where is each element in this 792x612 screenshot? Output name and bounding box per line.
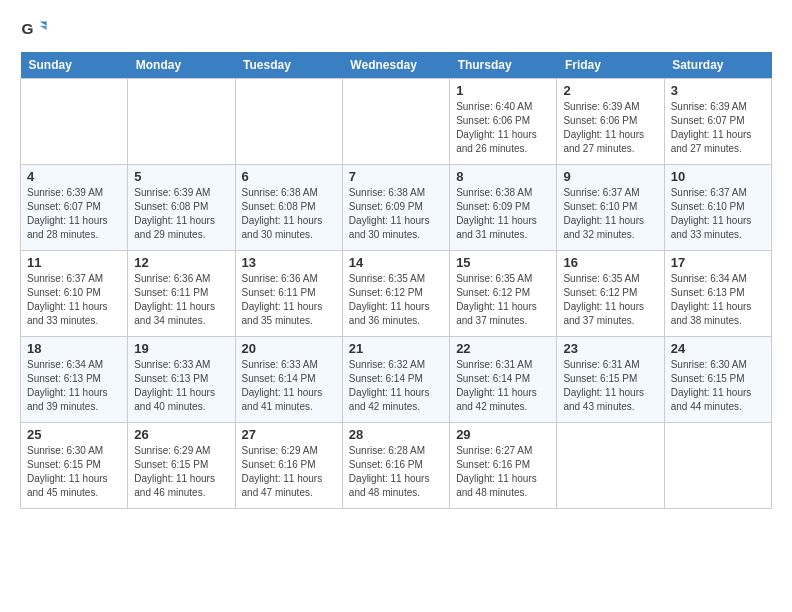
calendar-cell: 7Sunrise: 6:38 AM Sunset: 6:09 PM Daylig… [342, 165, 449, 251]
day-number: 27 [242, 427, 336, 442]
day-number: 1 [456, 83, 550, 98]
calendar-cell: 3Sunrise: 6:39 AM Sunset: 6:07 PM Daylig… [664, 79, 771, 165]
calendar-cell: 9Sunrise: 6:37 AM Sunset: 6:10 PM Daylig… [557, 165, 664, 251]
logo-icon: G [20, 16, 48, 44]
col-header-tuesday: Tuesday [235, 52, 342, 79]
calendar-cell [557, 423, 664, 509]
calendar-table: SundayMondayTuesdayWednesdayThursdayFrid… [20, 52, 772, 509]
calendar-cell: 12Sunrise: 6:36 AM Sunset: 6:11 PM Dayli… [128, 251, 235, 337]
day-number: 14 [349, 255, 443, 270]
calendar-cell: 1Sunrise: 6:40 AM Sunset: 6:06 PM Daylig… [450, 79, 557, 165]
calendar-cell: 25Sunrise: 6:30 AM Sunset: 6:15 PM Dayli… [21, 423, 128, 509]
day-info: Sunrise: 6:35 AM Sunset: 6:12 PM Dayligh… [563, 272, 657, 328]
calendar-cell [235, 79, 342, 165]
col-header-thursday: Thursday [450, 52, 557, 79]
day-number: 23 [563, 341, 657, 356]
calendar-cell [21, 79, 128, 165]
page-header: G [20, 16, 772, 44]
day-info: Sunrise: 6:39 AM Sunset: 6:06 PM Dayligh… [563, 100, 657, 156]
day-info: Sunrise: 6:34 AM Sunset: 6:13 PM Dayligh… [671, 272, 765, 328]
day-number: 11 [27, 255, 121, 270]
svg-text:G: G [21, 20, 33, 37]
calendar-week-row: 1Sunrise: 6:40 AM Sunset: 6:06 PM Daylig… [21, 79, 772, 165]
day-number: 3 [671, 83, 765, 98]
day-info: Sunrise: 6:33 AM Sunset: 6:14 PM Dayligh… [242, 358, 336, 414]
day-info: Sunrise: 6:35 AM Sunset: 6:12 PM Dayligh… [456, 272, 550, 328]
day-info: Sunrise: 6:29 AM Sunset: 6:16 PM Dayligh… [242, 444, 336, 500]
day-info: Sunrise: 6:28 AM Sunset: 6:16 PM Dayligh… [349, 444, 443, 500]
day-info: Sunrise: 6:38 AM Sunset: 6:08 PM Dayligh… [242, 186, 336, 242]
col-header-wednesday: Wednesday [342, 52, 449, 79]
day-info: Sunrise: 6:36 AM Sunset: 6:11 PM Dayligh… [242, 272, 336, 328]
calendar-cell [664, 423, 771, 509]
calendar-cell [128, 79, 235, 165]
calendar-cell: 22Sunrise: 6:31 AM Sunset: 6:14 PM Dayli… [450, 337, 557, 423]
calendar-cell: 16Sunrise: 6:35 AM Sunset: 6:12 PM Dayli… [557, 251, 664, 337]
day-info: Sunrise: 6:31 AM Sunset: 6:14 PM Dayligh… [456, 358, 550, 414]
day-info: Sunrise: 6:37 AM Sunset: 6:10 PM Dayligh… [27, 272, 121, 328]
svg-marker-2 [40, 26, 47, 30]
calendar-cell: 20Sunrise: 6:33 AM Sunset: 6:14 PM Dayli… [235, 337, 342, 423]
day-number: 7 [349, 169, 443, 184]
day-number: 8 [456, 169, 550, 184]
day-number: 28 [349, 427, 443, 442]
calendar-cell: 2Sunrise: 6:39 AM Sunset: 6:06 PM Daylig… [557, 79, 664, 165]
day-number: 20 [242, 341, 336, 356]
calendar-cell: 21Sunrise: 6:32 AM Sunset: 6:14 PM Dayli… [342, 337, 449, 423]
calendar-cell: 14Sunrise: 6:35 AM Sunset: 6:12 PM Dayli… [342, 251, 449, 337]
calendar-cell: 5Sunrise: 6:39 AM Sunset: 6:08 PM Daylig… [128, 165, 235, 251]
day-info: Sunrise: 6:38 AM Sunset: 6:09 PM Dayligh… [349, 186, 443, 242]
calendar-cell: 6Sunrise: 6:38 AM Sunset: 6:08 PM Daylig… [235, 165, 342, 251]
day-info: Sunrise: 6:37 AM Sunset: 6:10 PM Dayligh… [563, 186, 657, 242]
calendar-cell: 10Sunrise: 6:37 AM Sunset: 6:10 PM Dayli… [664, 165, 771, 251]
day-info: Sunrise: 6:30 AM Sunset: 6:15 PM Dayligh… [27, 444, 121, 500]
day-info: Sunrise: 6:37 AM Sunset: 6:10 PM Dayligh… [671, 186, 765, 242]
calendar-week-row: 11Sunrise: 6:37 AM Sunset: 6:10 PM Dayli… [21, 251, 772, 337]
day-info: Sunrise: 6:40 AM Sunset: 6:06 PM Dayligh… [456, 100, 550, 156]
day-number: 26 [134, 427, 228, 442]
calendar-week-row: 25Sunrise: 6:30 AM Sunset: 6:15 PM Dayli… [21, 423, 772, 509]
day-info: Sunrise: 6:30 AM Sunset: 6:15 PM Dayligh… [671, 358, 765, 414]
day-number: 4 [27, 169, 121, 184]
calendar-cell: 27Sunrise: 6:29 AM Sunset: 6:16 PM Dayli… [235, 423, 342, 509]
day-info: Sunrise: 6:33 AM Sunset: 6:13 PM Dayligh… [134, 358, 228, 414]
day-number: 2 [563, 83, 657, 98]
day-number: 18 [27, 341, 121, 356]
day-number: 12 [134, 255, 228, 270]
col-header-monday: Monday [128, 52, 235, 79]
calendar-cell [342, 79, 449, 165]
calendar-cell: 28Sunrise: 6:28 AM Sunset: 6:16 PM Dayli… [342, 423, 449, 509]
calendar-cell: 24Sunrise: 6:30 AM Sunset: 6:15 PM Dayli… [664, 337, 771, 423]
day-number: 19 [134, 341, 228, 356]
day-number: 24 [671, 341, 765, 356]
calendar-cell: 26Sunrise: 6:29 AM Sunset: 6:15 PM Dayli… [128, 423, 235, 509]
day-number: 10 [671, 169, 765, 184]
day-info: Sunrise: 6:38 AM Sunset: 6:09 PM Dayligh… [456, 186, 550, 242]
logo: G [20, 16, 52, 44]
day-number: 29 [456, 427, 550, 442]
day-number: 9 [563, 169, 657, 184]
calendar-cell: 4Sunrise: 6:39 AM Sunset: 6:07 PM Daylig… [21, 165, 128, 251]
day-info: Sunrise: 6:31 AM Sunset: 6:15 PM Dayligh… [563, 358, 657, 414]
calendar-cell: 15Sunrise: 6:35 AM Sunset: 6:12 PM Dayli… [450, 251, 557, 337]
day-number: 5 [134, 169, 228, 184]
col-header-friday: Friday [557, 52, 664, 79]
calendar-cell: 19Sunrise: 6:33 AM Sunset: 6:13 PM Dayli… [128, 337, 235, 423]
day-info: Sunrise: 6:27 AM Sunset: 6:16 PM Dayligh… [456, 444, 550, 500]
col-header-saturday: Saturday [664, 52, 771, 79]
svg-marker-1 [40, 22, 47, 26]
day-info: Sunrise: 6:32 AM Sunset: 6:14 PM Dayligh… [349, 358, 443, 414]
calendar-week-row: 4Sunrise: 6:39 AM Sunset: 6:07 PM Daylig… [21, 165, 772, 251]
day-number: 13 [242, 255, 336, 270]
day-number: 21 [349, 341, 443, 356]
calendar-cell: 11Sunrise: 6:37 AM Sunset: 6:10 PM Dayli… [21, 251, 128, 337]
calendar-cell: 17Sunrise: 6:34 AM Sunset: 6:13 PM Dayli… [664, 251, 771, 337]
calendar-cell: 29Sunrise: 6:27 AM Sunset: 6:16 PM Dayli… [450, 423, 557, 509]
day-number: 25 [27, 427, 121, 442]
calendar-cell: 23Sunrise: 6:31 AM Sunset: 6:15 PM Dayli… [557, 337, 664, 423]
calendar-week-row: 18Sunrise: 6:34 AM Sunset: 6:13 PM Dayli… [21, 337, 772, 423]
day-number: 16 [563, 255, 657, 270]
day-info: Sunrise: 6:36 AM Sunset: 6:11 PM Dayligh… [134, 272, 228, 328]
day-info: Sunrise: 6:39 AM Sunset: 6:08 PM Dayligh… [134, 186, 228, 242]
day-number: 22 [456, 341, 550, 356]
